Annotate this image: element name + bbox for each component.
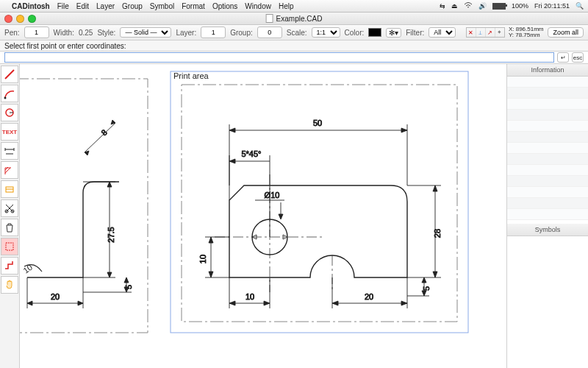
menu-symbol[interactable]: Symbol	[150, 2, 174, 10]
document-title: Example.CAD	[276, 15, 323, 23]
scale-label: Scale:	[287, 29, 307, 37]
svg-rect-8	[6, 243, 13, 250]
svg-text:28: 28	[433, 229, 442, 238]
scale-select[interactable]: 1:1	[312, 27, 340, 38]
svg-text:10: 10	[245, 292, 254, 301]
eject-icon[interactable]: ⏏	[451, 2, 458, 10]
coord-y-value: 78.75mm	[515, 32, 539, 38]
main-part	[229, 185, 407, 277]
text-tool[interactable]: TEXT	[1, 123, 18, 141]
svg-point-1	[4, 97, 7, 99]
width-label: Width:	[54, 29, 74, 37]
drawing-canvas[interactable]: 8 27.5 20 5	[20, 64, 506, 368]
switch-user-icon[interactable]: ⇆	[440, 2, 445, 10]
menu-format[interactable]: Format	[182, 2, 205, 10]
coordinate-input-row: ↵ esc	[0, 52, 588, 64]
clock[interactable]: Fri 20:11:51	[534, 2, 570, 10]
svg-text:20: 20	[365, 292, 373, 301]
select-tool[interactable]	[1, 238, 18, 255]
svg-text:5*45°: 5*45°	[241, 149, 261, 158]
layer-stepper[interactable]	[201, 26, 226, 38]
width-value: 0.25	[79, 29, 93, 37]
style-label: Style:	[97, 29, 115, 37]
options-toolbar: Pen: Width: 0.25 Style: — Solid — Layer:…	[0, 25, 588, 40]
window-minimize-button[interactable]	[16, 15, 24, 23]
coord-abs-icon[interactable]: ↗	[486, 28, 495, 37]
group-stepper[interactable]	[257, 26, 282, 38]
menu-edit[interactable]: Edit	[76, 2, 89, 10]
svg-text:8: 8	[99, 127, 109, 137]
filter-select[interactable]: All	[429, 27, 456, 38]
wifi-icon[interactable]	[464, 2, 473, 10]
color-swatch[interactable]	[368, 28, 381, 37]
print-area-label: Print area	[173, 71, 209, 80]
arc-tool[interactable]	[1, 85, 18, 102]
svg-rect-9	[20, 79, 148, 333]
print-area-group: Print area 50	[171, 71, 468, 333]
hatch-tool[interactable]	[1, 161, 18, 179]
circle-tool[interactable]	[1, 104, 18, 121]
polyline-tool[interactable]	[1, 257, 18, 275]
svg-line-10	[85, 123, 115, 152]
battery-pct: 100%	[512, 2, 528, 10]
zoom-all-button[interactable]: Zoom all	[548, 27, 584, 38]
menu-layer[interactable]: Layer	[96, 2, 115, 10]
esc-button[interactable]: esc	[572, 52, 584, 63]
symbols-panel-title: Symbols	[507, 224, 588, 236]
dimension-tool[interactable]	[1, 142, 18, 160]
menu-file[interactable]: File	[57, 2, 69, 10]
symbols-panel[interactable]	[507, 236, 588, 368]
svg-text:5: 5	[422, 286, 431, 291]
status-bar: Select first point or enter coordinates:	[0, 40, 588, 52]
symbol-tool[interactable]	[1, 180, 18, 198]
coordinate-readout: ✕ ⟂ ↗ ⌖ X: 896.51mm Y: 78.75mm	[466, 26, 544, 38]
svg-text:10: 10	[198, 255, 207, 263]
group-label: Group:	[230, 29, 253, 37]
menu-options[interactable]: Options	[212, 2, 237, 10]
style-select[interactable]: — Solid —	[120, 27, 171, 38]
coord-origin-icon[interactable]: ⌖	[495, 28, 504, 37]
line-tool[interactable]	[1, 66, 18, 83]
side-panel: Information Symbols	[506, 64, 588, 368]
menu-help[interactable]: Help	[279, 2, 294, 10]
svg-text:20: 20	[51, 292, 60, 301]
spotlight-icon[interactable]: 🔍	[576, 2, 584, 10]
mac-menubar: CADintosh File Edit Layer Group Symbol F…	[0, 0, 588, 13]
menu-group[interactable]: Group	[122, 2, 143, 10]
status-prompt: Select first point or enter coordinates:	[4, 42, 126, 50]
svg-text:5: 5	[124, 285, 133, 289]
coord-cross-icon[interactable]: ✕	[467, 28, 476, 37]
svg-text:27.5: 27.5	[107, 227, 115, 242]
window-titlebar: Example.CAD	[0, 13, 588, 25]
menu-window[interactable]: Window	[245, 2, 271, 10]
confirm-button[interactable]: ↵	[557, 52, 569, 63]
information-list[interactable]	[507, 77, 588, 224]
gear-menu[interactable]: ✻▾	[386, 28, 401, 38]
pen-label: Pen:	[4, 29, 20, 37]
svg-text:50: 50	[313, 118, 322, 127]
layer-label: Layer:	[176, 29, 196, 37]
pan-tool[interactable]	[1, 276, 18, 294]
tool-palette: TEXT	[0, 64, 20, 368]
coord-ortho-icon[interactable]: ⟂	[476, 28, 486, 37]
trim-tool[interactable]	[1, 199, 18, 217]
coordinate-input[interactable]	[4, 52, 554, 63]
svg-text:Ø10: Ø10	[265, 191, 280, 199]
document-icon	[266, 14, 273, 23]
pen-stepper[interactable]	[24, 26, 49, 38]
delete-tool[interactable]	[1, 219, 18, 236]
window-zoom-button[interactable]	[28, 15, 36, 23]
svg-line-0	[5, 70, 14, 79]
information-panel-title: Information	[507, 64, 588, 77]
app-menu[interactable]: CADintosh	[12, 2, 50, 10]
volume-icon[interactable]: 🔊	[478, 2, 487, 10]
drawing-left-part: 8 27.5 20 5	[20, 79, 148, 333]
color-label: Color:	[345, 29, 365, 37]
battery-icon[interactable]	[492, 3, 506, 10]
filter-label: Filter:	[406, 29, 424, 37]
window-close-button[interactable]	[4, 15, 12, 23]
